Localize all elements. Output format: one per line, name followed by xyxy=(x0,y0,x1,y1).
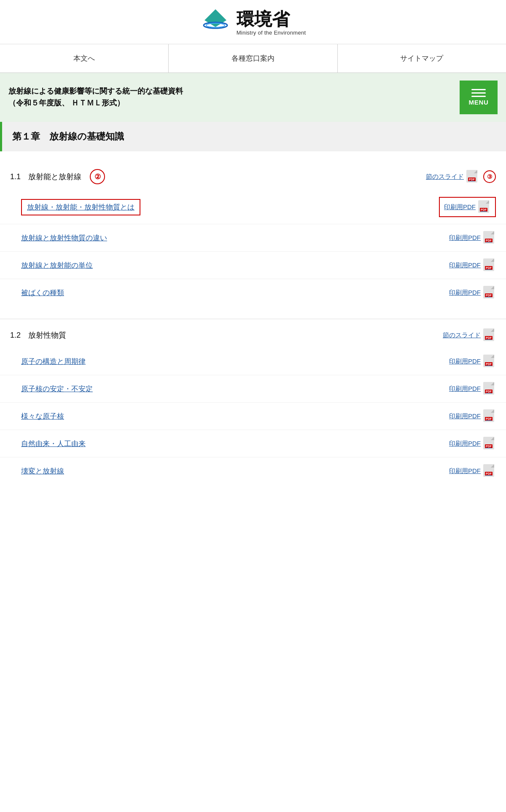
circle-number-2: ② xyxy=(90,169,105,184)
pdf-icon-1-2-3: PDF xyxy=(483,409,496,423)
section-1-1-title-group: 1.1 放射能と放射線 ② xyxy=(10,169,105,184)
pdf-icon-1-2-5: PDF xyxy=(483,464,496,478)
pdf-link-1-1-4[interactable]: 印刷用PDF PDF xyxy=(449,286,496,299)
sub-item-1-2-4: 自然由来・人工由来 印刷用PDF PDF xyxy=(0,430,506,457)
chapter-title: 第１章 放射線の基礎知識 xyxy=(12,131,124,142)
pdf-link-1-2-2[interactable]: 印刷用PDF PDF xyxy=(449,382,496,395)
pdf-link-1-1-3[interactable]: 印刷用PDF PDF xyxy=(449,258,496,272)
sub-item-link-1-2-1[interactable]: 原子の構造と周期律 xyxy=(21,357,86,366)
section-1-2: 1.2 放射性物質 節のスライド PDF 原子の構造と周期律 印刷用PDF PD… xyxy=(0,310,506,489)
pdf-link-1-1-1[interactable]: 印刷用PDF PDF xyxy=(439,197,496,217)
sub-item-1-1-4: 被ばくの種類 印刷用PDF PDF xyxy=(0,279,506,306)
sub-item-1-2-1: 原子の構造と周期律 印刷用PDF PDF xyxy=(0,348,506,375)
nav-item-honbun[interactable]: 本文へ xyxy=(0,44,169,73)
pdf-dog-ear-1 xyxy=(486,200,489,204)
banner: 放射線による健康影響等に関する統一的な基礎資料（令和５年度版、 ＨＴＭＬ形式） … xyxy=(0,73,506,122)
menu-label: MENU xyxy=(468,99,488,106)
ministry-logo-icon xyxy=(200,8,231,38)
banner-text: 放射線による健康影響等に関する統一的な基礎資料（令和５年度版、 ＨＴＭＬ形式） xyxy=(8,86,453,109)
sub-item-link-1-1-1[interactable]: 放射線・放射能・放射性物質とは xyxy=(21,199,140,215)
pdf-icon-1-1-3: PDF xyxy=(483,258,496,272)
pdf-icon-1-1-1: PDF xyxy=(478,200,491,214)
pdf-link-1-2-3[interactable]: 印刷用PDF PDF xyxy=(449,409,496,423)
sub-item-link-1-1-3[interactable]: 放射線と放射能の単位 xyxy=(21,261,93,270)
pdf-link-label-1-2-3: 印刷用PDF xyxy=(449,412,481,420)
section-1-2-header: 1.2 放射性物質 節のスライド PDF xyxy=(0,319,506,348)
sub-item-link-1-1-4[interactable]: 被ばくの種類 xyxy=(21,288,64,298)
section-1-1-header: 1.1 放射能と放射線 ② 節のスライド PDF ③ xyxy=(0,160,506,190)
pdf-link-label-1-2-1: 印刷用PDF xyxy=(449,358,481,366)
pdf-icon-1-2-1: PDF xyxy=(483,355,496,368)
pdf-link-1-2-5[interactable]: 印刷用PDF PDF xyxy=(449,464,496,478)
logo-kanji: 環境省 xyxy=(237,10,290,29)
section-1-2-slide-link[interactable]: 節のスライド PDF xyxy=(443,328,496,342)
pdf-link-label-1-2-4: 印刷用PDF xyxy=(449,440,481,448)
menu-line-3 xyxy=(471,96,486,97)
pdf-link-label-1-1-4: 印刷用PDF xyxy=(449,289,481,297)
pdf-link-label-1-1-3: 印刷用PDF xyxy=(449,261,481,269)
sub-item-1-1-3: 放射線と放射能の単位 印刷用PDF PDF xyxy=(0,252,506,279)
section-1-1: 1.1 放射能と放射線 ② 節のスライド PDF ③ 放射線・放射能・放射性物質… xyxy=(0,156,506,310)
logo-en: Ministry of the Environment xyxy=(237,30,306,36)
menu-button[interactable]: MENU xyxy=(460,81,498,114)
logo-text: 環境省 Ministry of the Environment xyxy=(237,10,306,35)
pdf-badge-1: PDF xyxy=(480,208,487,212)
nav-item-madoguchi[interactable]: 各種窓口案内 xyxy=(169,44,337,73)
circle-number-3: ③ xyxy=(483,170,496,183)
pdf-icon-1-1-4: PDF xyxy=(483,286,496,299)
pdf-link-1-2-4[interactable]: 印刷用PDF PDF xyxy=(449,437,496,450)
slide-pdf-icon-1-2: PDF xyxy=(483,328,496,342)
menu-line-2 xyxy=(471,92,486,94)
pdf-link-label-1-1-1: 印刷用PDF xyxy=(444,203,476,211)
sub-item-1-2-2: 原子核の安定・不安定 印刷用PDF PDF xyxy=(0,375,506,403)
sub-item-1-1-2: 放射線と放射性物質の違い 印刷用PDF PDF xyxy=(0,224,506,252)
pdf-icon-1-1-2: PDF xyxy=(483,231,496,245)
pdf-link-1-1-2[interactable]: 印刷用PDF PDF xyxy=(449,231,496,245)
site-header: 環境省 Ministry of the Environment xyxy=(0,0,506,44)
pdf-icon-1-2-2: PDF xyxy=(483,382,496,395)
slide-pdf-icon: PDF xyxy=(466,170,479,183)
sub-item-1-2-5: 壊変と放射線 印刷用PDF PDF xyxy=(0,457,506,484)
section-1-1-slide-label: 節のスライド xyxy=(426,173,464,181)
sub-item-1-1-1: 放射線・放射能・放射性物質とは 印刷用PDF PDF xyxy=(0,190,506,224)
sub-item-link-1-2-2[interactable]: 原子核の安定・不安定 xyxy=(21,384,93,394)
logo: 環境省 Ministry of the Environment xyxy=(200,8,306,38)
section-1-1-number-title: 1.1 放射能と放射線 xyxy=(10,172,81,182)
menu-line-1 xyxy=(471,89,486,90)
pdf-link-label-1-2-2: 印刷用PDF xyxy=(449,385,481,393)
pdf-dog-ear xyxy=(474,170,477,173)
pdf-link-label-1-2-5: 印刷用PDF xyxy=(449,467,481,475)
sub-item-link-1-2-3[interactable]: 様々な原子核 xyxy=(21,411,64,421)
pdf-icon-1-2-4: PDF xyxy=(483,437,496,450)
sub-item-link-1-1-2[interactable]: 放射線と放射性物質の違い xyxy=(21,233,107,243)
menu-lines-icon xyxy=(471,89,486,97)
sub-item-link-1-2-5[interactable]: 壊変と放射線 xyxy=(21,466,64,476)
section-1-2-slide-label: 節のスライド xyxy=(443,331,481,339)
nav-bar: 本文へ 各種窓口案内 サイトマップ xyxy=(0,44,506,73)
section-1-2-number-title: 1.2 放射性物質 xyxy=(10,330,66,340)
section-1-2-title-group: 1.2 放射性物質 xyxy=(10,330,66,340)
chapter-heading: 第１章 放射線の基礎知識 xyxy=(0,122,506,151)
pdf-link-1-2-1[interactable]: 印刷用PDF PDF xyxy=(449,355,496,368)
section-1-1-slide-link[interactable]: 節のスライド PDF xyxy=(426,170,479,183)
sub-item-link-1-2-4[interactable]: 自然由来・人工由来 xyxy=(21,439,86,449)
sub-item-1-2-3: 様々な原子核 印刷用PDF PDF xyxy=(0,403,506,430)
pdf-badge: PDF xyxy=(468,177,476,181)
pdf-link-label-1-1-2: 印刷用PDF xyxy=(449,234,481,242)
nav-item-sitemap[interactable]: サイトマップ xyxy=(338,44,506,73)
